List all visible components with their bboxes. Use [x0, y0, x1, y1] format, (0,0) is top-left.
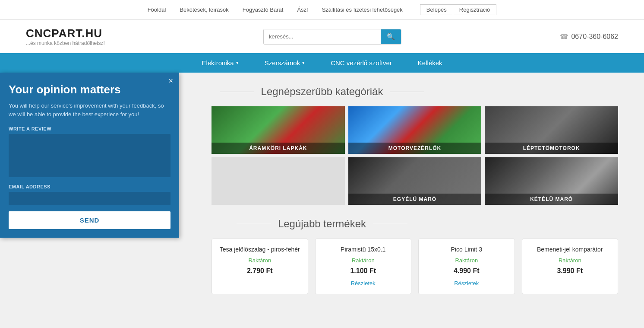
product-stock-1: Raktáron	[322, 257, 404, 264]
product-card-3: Bemeneti-jel komparátor Raktáron 3.990 F…	[522, 239, 619, 294]
main-nav: Elektronika ▾ Szerszámok ▾ CNC vezérlő s…	[0, 53, 644, 73]
product-link-1[interactable]: Részletek	[351, 280, 376, 287]
product-stock-3: Raktáron	[529, 257, 611, 264]
product-name-1: Piramistű 15x0.1	[322, 246, 404, 253]
popup-title: Your opinion matters	[9, 83, 170, 96]
header: CNCPART.HU ...és munka közben hátradőlhe…	[0, 20, 644, 53]
product-card-1: Piramistű 15x0.1 Raktáron 1.100 Ft Részl…	[315, 239, 412, 294]
products-grid: Tesa jelölőszalag - piros-fehér Raktáron…	[212, 239, 618, 294]
product-name-0: Tesa jelölőszalag - piros-fehér	[219, 246, 301, 253]
product-name-3: Bemeneti-jel komparátor	[529, 246, 611, 253]
product-price-1: 1.100 Ft	[322, 267, 404, 275]
logo-subtitle: ...és munka közben hátradőlhetsz!	[26, 40, 105, 46]
phone-area: ☎ 0670-360-6062	[560, 32, 618, 41]
mainnav-cnc[interactable]: CNC vezérlő szoftver	[331, 59, 392, 67]
email-label: EMAIL ADDRESS	[9, 184, 170, 189]
category-item-single[interactable]: EGYÉLŰ MARÓ	[348, 157, 482, 205]
topnav-link-home[interactable]: Főoldal	[148, 6, 166, 13]
product-price-3: 3.990 Ft	[529, 267, 611, 275]
product-stock-2: Raktáron	[426, 257, 508, 264]
phone-icon: ☎	[560, 32, 568, 41]
chevron-down-icon: ▾	[236, 60, 239, 66]
top-nav: Főoldal Bekötések, leírások Fogyasztó Ba…	[0, 0, 644, 20]
categories-grid: ÁRAMKÖRI LAPKÁK MOTORVEZÉRLŐK LÉPTETŐMOT…	[212, 106, 618, 205]
topnav-link-aszf[interactable]: Ászf	[297, 6, 308, 13]
category-item-circuits[interactable]: ÁRAMKÖRI LAPKÁK	[212, 106, 345, 154]
logo-area: CNCPART.HU ...és munka közben hátradőlhe…	[26, 27, 105, 46]
register-button[interactable]: Regisztráció	[453, 4, 497, 15]
logo-title: CNCPART.HU	[26, 27, 105, 40]
auth-buttons: Belépés Regisztráció	[420, 4, 497, 15]
product-link-2[interactable]: Részletek	[454, 280, 479, 287]
popup-close-button[interactable]: ×	[168, 77, 173, 85]
category-label-circuits: ÁRAMKÖRI LAPKÁK	[212, 143, 345, 154]
page-content: × Your opinion matters You will help our…	[0, 73, 644, 307]
mainnav-kellekek[interactable]: Kellékek	[418, 59, 442, 67]
chevron-down-icon: ▾	[302, 60, 305, 66]
topnav-link-szallitas[interactable]: Szállítási és fizetési lehetőségek	[322, 6, 403, 13]
category-item-stepper[interactable]: LÉPTETŐMOTOROK	[485, 106, 618, 154]
category-label-double: KÉTÉLŰ MARÓ	[485, 194, 618, 205]
product-price-2: 4.990 Ft	[426, 267, 508, 275]
email-input[interactable]	[9, 192, 170, 205]
review-textarea[interactable]	[9, 134, 170, 177]
product-stock-0: Raktáron	[219, 257, 301, 264]
topnav-link-bekotesek[interactable]: Bekötések, leírások	[180, 6, 228, 13]
send-button[interactable]: SEND	[9, 211, 170, 229]
product-card-0: Tesa jelölőszalag - piros-fehér Raktáron…	[212, 239, 308, 294]
opinion-popup: × Your opinion matters You will help our…	[0, 73, 179, 238]
search-icon: 🔍	[387, 33, 395, 40]
search-box: 🔍	[263, 29, 401, 45]
phone-number: 0670-360-6062	[571, 33, 618, 41]
popup-description: You will help our service's improvement …	[9, 102, 170, 118]
category-label-single: EGYÉLŰ MARÓ	[348, 194, 482, 205]
mainnav-elektronika[interactable]: Elektronika ▾	[202, 59, 238, 67]
search-area: 🔍	[114, 29, 552, 45]
product-card-2: Pico Limit 3 Raktáron 4.990 Ft Részletek	[418, 239, 515, 294]
topnav-link-fogyaszto[interactable]: Fogyasztó Barát	[243, 6, 284, 13]
review-label: WRITE A REVIEW	[9, 126, 170, 131]
category-item-double[interactable]: KÉTÉLŰ MARÓ	[485, 157, 618, 205]
search-button[interactable]: 🔍	[381, 29, 401, 44]
mainnav-szerszamok[interactable]: Szerszámok ▾	[265, 59, 305, 67]
product-name-2: Pico Limit 3	[426, 246, 508, 253]
category-label-stepper: LÉPTETŐMOTOROK	[485, 143, 618, 154]
search-input[interactable]	[264, 29, 381, 44]
category-item-motors[interactable]: MOTORVEZÉRLŐK	[348, 106, 482, 154]
product-price-0: 2.790 Ft	[219, 267, 301, 275]
category-label-motors: MOTORVEZÉRLŐK	[348, 143, 482, 154]
login-button[interactable]: Belépés	[420, 4, 453, 15]
category-item-placeholder	[212, 157, 345, 205]
